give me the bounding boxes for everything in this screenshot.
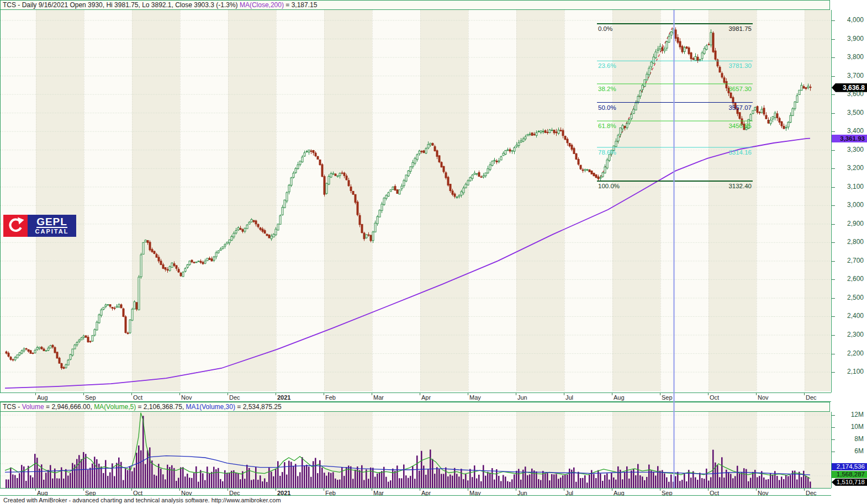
volume-pane-title-bar: TCS - Volume = 2,946,666.00, MA(Volume,5…	[0, 402, 830, 412]
month-tick	[83, 489, 84, 491]
fib-value-label: 3456.85	[728, 123, 752, 129]
price-tick-label: 4,000	[847, 16, 864, 24]
price-axis-tick	[832, 150, 835, 151]
volume-ma30-tag-value: 2,174,536	[837, 463, 865, 470]
price-axis-tick	[832, 335, 835, 336]
month-label: Mar	[373, 394, 384, 401]
price-tick-label: 3,800	[847, 53, 864, 61]
price-axis-tick	[832, 205, 835, 206]
fib-value-label: 3132.40	[728, 183, 752, 189]
month-tick	[660, 489, 660, 491]
price-pane-title-bar: TCS - Daily 9/16/2021 Open 3930, Hi 3981…	[0, 0, 830, 10]
month-label: Oct	[133, 394, 142, 401]
volume-axis-tick	[832, 415, 835, 416]
month-tick	[131, 393, 132, 395]
price-axis-tick	[832, 354, 835, 354]
price-tick-label: 2,800	[847, 238, 864, 246]
fib-value-label: 3657.30	[728, 86, 752, 92]
month-tick	[756, 393, 757, 395]
month-tick	[372, 393, 372, 395]
price-tick-label: 3,600	[847, 90, 864, 98]
month-tick	[131, 489, 132, 491]
price-chart-pane[interactable]: 0.0%3981.7523.6%3781.3038.2%3657.3050.0%…	[0, 10, 831, 392]
price-tick-label: 2,300	[847, 331, 864, 338]
month-tick	[708, 393, 709, 395]
month-label: Sep	[662, 394, 673, 401]
volume-axis-tick	[832, 452, 835, 452]
price-tick-label: 3,300	[847, 146, 864, 153]
month-label: Apr	[421, 394, 431, 401]
fib-pct-label: 0.0%	[598, 25, 612, 32]
month-label: Feb	[325, 394, 336, 401]
fib-value-label: 3981.75	[728, 25, 752, 32]
month-tick	[468, 489, 468, 491]
amibroker-credit-text: Created with AmiBroker - advanced charti…	[0, 496, 867, 504]
date-axis-volume-pane[interactable]: AugSepOctNovDec2021FebMarAprMayJunJulAug…	[0, 488, 831, 496]
volume-last-tag-value: 1,510,718	[837, 479, 865, 485]
month-tick	[179, 489, 180, 491]
volume-ma30-label: MA1(Volume,30)	[186, 403, 235, 411]
price-axis-tick	[832, 131, 835, 132]
month-tick	[660, 393, 660, 395]
volume-ma5-tag-value: 1,568,287	[837, 471, 865, 478]
volume-tick-label: 6M	[854, 447, 864, 455]
month-tick	[564, 393, 564, 395]
month-tick	[468, 393, 468, 395]
price-tick-label: 2,700	[847, 257, 864, 264]
volume-tick-label: 8M	[854, 435, 864, 443]
volume-ma5-tag: 1,568,287	[832, 471, 867, 478]
month-label: Dec	[229, 394, 240, 401]
price-tick-label: 2,400	[847, 312, 864, 320]
date-axis-price-pane[interactable]: AugSepOctNovDec2021FebMarAprMayJunJulAug…	[0, 392, 831, 402]
price-axis-tick	[832, 279, 835, 280]
ma200-value: = 3,187.15	[284, 1, 317, 9]
volume-chart-pane[interactable]	[0, 412, 831, 488]
price-axis-tick	[832, 242, 835, 243]
month-tick	[516, 489, 516, 491]
volume-title-prefix: TCS -	[3, 403, 22, 411]
month-tick	[228, 489, 228, 491]
volume-last-tag: 1,510,718	[832, 479, 867, 486]
volume-value: = 2,946,666.00,	[44, 403, 94, 411]
price-pane-title-text: TCS - Daily 9/16/2021 Open 3930, Hi 3981…	[3, 1, 240, 9]
volume-axis-tick	[832, 439, 835, 440]
month-tick	[612, 489, 612, 491]
price-tick-label: 3,900	[847, 35, 864, 43]
selected-date-cursor	[673, 10, 675, 488]
price-tick-label: 2,500	[847, 294, 864, 301]
fib-pct-label: 50.0%	[598, 104, 616, 111]
price-tick-label: 3,700	[847, 72, 864, 79]
fib-pct-label: 38.2%	[598, 86, 616, 92]
gepl-capital-logo: GEPL CAPITAL	[3, 215, 76, 237]
fib-value-label: 3314.16	[728, 149, 752, 156]
price-axis[interactable]: 3,636.8 3,361.93 4,0003,9003,8003,7003,6…	[831, 10, 867, 392]
month-tick	[276, 489, 276, 491]
month-label: May	[469, 394, 481, 401]
fib-value-label: 3781.30	[728, 62, 752, 69]
month-tick	[324, 489, 324, 491]
price-axis-tick	[832, 20, 835, 21]
price-tick-label: 3,100	[847, 183, 864, 190]
gepl-logo-mark	[3, 215, 28, 237]
month-tick	[708, 489, 709, 491]
fib-pct-label: 23.6%	[598, 62, 616, 69]
month-label: Aug	[37, 394, 48, 401]
volume-axis[interactable]: 2,174,536 1,568,287 1,510,718 12M10M8M6M	[831, 412, 867, 488]
g-arrow-icon	[6, 216, 25, 235]
price-axis-tick	[832, 261, 835, 262]
month-label: Dec	[806, 394, 817, 401]
month-tick	[420, 393, 420, 395]
volume-ma30-tag: 2,174,536	[832, 463, 867, 470]
gepl-logo-text: GEPL CAPITAL	[28, 215, 76, 237]
ma200-price-tag: 3,361.93	[832, 135, 867, 142]
volume-ma30-value: = 2,534,875.25	[235, 403, 282, 411]
ma200-label: MA(Close,200)	[240, 1, 284, 9]
month-tick	[228, 393, 228, 395]
month-label: Sep	[85, 394, 96, 401]
price-axis-tick	[832, 224, 835, 225]
volume-axis-tick	[832, 427, 835, 428]
candlestick-chart: 0.0%3981.7523.6%3781.3038.2%3657.3050.0%…	[1, 10, 831, 391]
fib-pct-label: 61.8%	[598, 123, 616, 129]
volume-chart	[1, 412, 831, 488]
month-tick	[804, 393, 805, 395]
